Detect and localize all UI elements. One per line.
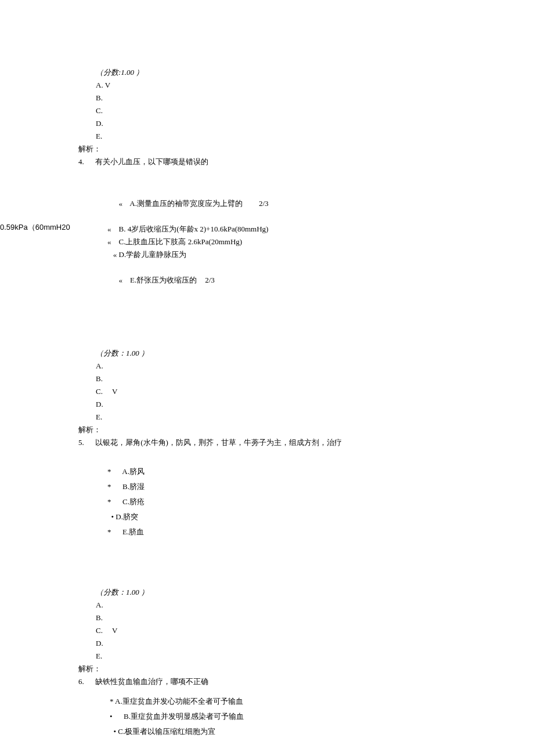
q3-opt-d: D. [96,117,485,130]
q4-opt-d: D. [96,398,485,411]
q6-choice-c: • C.极重者以输压缩红细胞为宜 [110,725,485,738]
q4-choice-b: « B. 4岁后收缩压为(年龄x 2)+10.6kPa(80mmHg) [107,223,485,236]
marginal-note: 0.59kPa（60mmH20 [0,222,70,233]
q4-opt-a: A. [96,360,485,372]
q3-opt-c: C. [96,104,485,117]
q3-analysis-label: 解析： [78,143,485,155]
q3-opt-e: E. [96,130,485,143]
q5-question: 5. 以银花，犀角(水牛角)，防风，荆芥，甘草，牛蒡子为主，组成方剂，治疗 [78,436,485,449]
q4-choice-a: « A.测量血压的袖带宽度应为上臂的2/3 [107,185,485,223]
q4-question: 4. 有关小儿血压，以下哪项是错误的 [78,155,485,168]
q5-analysis-label: 解析： [78,663,485,675]
q5-opt-e: E. [96,650,485,663]
q5-opt-d: D. [96,637,485,650]
q4-choice-a-frac: 2/3 [259,199,269,208]
q5-choice-d: • D.脐突 [107,511,485,523]
q5-opt-c: C. V [96,624,485,637]
q6-choice-a: * A.重症贫血并发心功能不全者可予输血 [110,695,485,708]
q4-choice-c: « C.上肢血压比下肢高 2.6kPa(20mmHg) [107,236,485,248]
q5-opt-b: B. [96,612,485,624]
q6-question: 6. 缺铁性贫血输血治疗，哪项不正确 [78,675,485,688]
q5-choice-e: * E.脐血 [107,526,485,538]
q4-opt-e: E. [96,411,485,424]
q4-opt-b: B. [96,372,485,385]
q4-choice-e: « E.舒张压为收缩压的2/3 [107,261,485,299]
q6-choice-b: • B.重症贫血并发明显感染者可予输血 [110,710,485,723]
q5-choice-b: * B.脐湿 [107,480,485,493]
q5-score: （分数：1.00 ） [96,586,485,599]
document-page: 0.59kPa（60mmH20 （分数:1.00 ） A. V B. C. D.… [0,0,534,738]
q5-choice-a: * A.脐风 [107,465,485,478]
q4-opt-c: C. V [96,385,485,398]
q4-choice-e-text: « E.舒张压为收缩压的 [119,276,197,284]
q4-choice-a-text: « A.测量血压的袖带宽度应为上臂的 [119,199,243,208]
q3-opt-b: B. [96,92,485,104]
q5-choice-c: * C.脐疮 [107,495,485,508]
q4-choice-e-frac: 2/3 [205,276,215,284]
q4-score: （分数：1.00 ） [96,347,485,360]
q5-opt-a: A. [96,599,485,612]
q4-choice-d: « D.学龄儿童静脉压为 [107,248,485,261]
q3-score: （分数:1.00 ） [96,66,485,79]
q4-analysis-label: 解析： [78,424,485,436]
main-column: （分数:1.00 ） A. V B. C. D. E. 解析： 4. 有关小儿血… [78,66,485,738]
q3-opt-a: A. V [96,79,485,92]
